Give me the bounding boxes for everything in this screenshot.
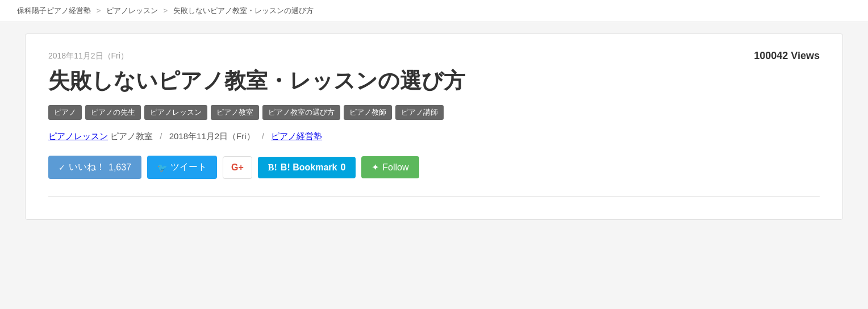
meta-row: ピアノレッスン ピアノ教室 / 2018年11月2日（Fri） / ピアノ経営塾 <box>48 131 820 142</box>
twitter-icon: 🐦 <box>157 163 167 172</box>
views-badge: 100042 Views <box>754 50 820 62</box>
meta-category1[interactable]: ピアノレッスン <box>48 131 108 141</box>
meta-category2[interactable]: ピアノ教室 <box>110 131 153 141</box>
tags-row: ピアノ ピアノの先生 ピアノレッスン ピアノ教室 ピアノ教室の選び方 ピアノ教師… <box>48 105 820 120</box>
feather-icon: ✦ <box>372 162 379 173</box>
tag-piano-school-choice[interactable]: ピアノ教室の選び方 <box>262 105 340 120</box>
tag-piano-instructor[interactable]: ピアノ講師 <box>395 105 444 120</box>
breadcrumb-item-piano-lesson[interactable]: ピアノレッスン <box>106 6 158 15</box>
breadcrumb: 保科陽子ピアノ経営塾 > ピアノレッスン > 失敗しないピアノ教室・レッスンの選… <box>0 0 868 22</box>
main-container: 100042 Views 2018年11月2日（Fri） 失敗しないピアノ教室・… <box>14 34 854 220</box>
hatena-icon: B! <box>268 162 277 173</box>
tweet-button[interactable]: 🐦 ツイート <box>147 156 217 179</box>
actions-row: ✓ いいね！ 1,637 🐦 ツイート G+ B! B! Bookmark 0 <box>48 156 820 179</box>
breadcrumb-item-current: 失敗しないピアノ教室・レッスンの選び方 <box>173 6 314 15</box>
article-title: 失敗しないピアノ教室・レッスンの選び方 <box>48 67 820 95</box>
divider <box>48 196 820 197</box>
follow-button[interactable]: ✦ Follow <box>361 156 419 178</box>
follow-label: Follow <box>382 162 408 173</box>
tag-piano-school[interactable]: ピアノ教室 <box>211 105 259 120</box>
check-icon: ✓ <box>59 163 65 172</box>
tag-piano-teacher[interactable]: ピアノの先生 <box>85 105 141 120</box>
tag-piano-teacher2[interactable]: ピアノ教師 <box>344 105 392 120</box>
breadcrumb-sep-2: > <box>163 6 168 15</box>
breadcrumb-sep-1: > <box>97 6 101 15</box>
breadcrumb-item-home[interactable]: 保科陽子ピアノ経営塾 <box>17 6 91 15</box>
article-date: 2018年11月2日（Fri） <box>48 51 820 61</box>
bookmark-label: B! Bookmark <box>281 162 337 173</box>
tweet-label: ツイート <box>170 161 207 173</box>
views-count: 100042 <box>754 50 788 61</box>
bookmark-count: 0 <box>340 162 345 173</box>
gplus-label: G+ <box>231 162 244 173</box>
tag-piano[interactable]: ピアノ <box>48 105 82 120</box>
article-card: 100042 Views 2018年11月2日（Fri） 失敗しないピアノ教室・… <box>25 34 843 220</box>
meta-sep1: / <box>160 131 162 141</box>
meta-date: 2018年11月2日（Fri） <box>169 131 255 141</box>
bookmark-button[interactable]: B! B! Bookmark 0 <box>258 157 356 178</box>
tag-piano-lesson[interactable]: ピアノレッスン <box>144 105 207 120</box>
like-button[interactable]: ✓ いいね！ 1,637 <box>48 156 141 179</box>
like-label: いいね！ <box>69 161 105 173</box>
meta-sep2: / <box>262 131 264 141</box>
gplus-button[interactable]: G+ <box>223 156 252 179</box>
like-count: 1,637 <box>108 162 131 173</box>
meta-author[interactable]: ピアノ経営塾 <box>271 131 322 141</box>
views-label: Views <box>791 50 820 61</box>
